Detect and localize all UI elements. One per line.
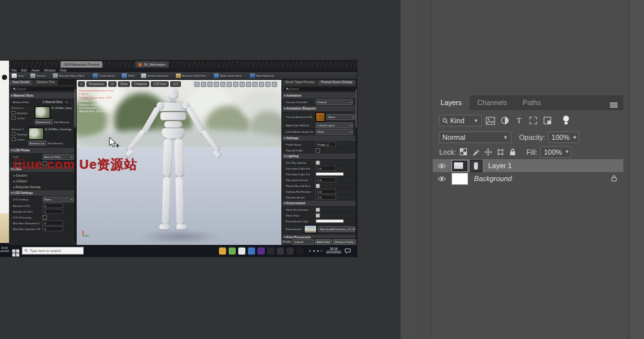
- visibility-eye-icon[interactable]: [437, 160, 446, 171]
- checkbox-show-floor[interactable]: [316, 213, 320, 218]
- transform-tool-5[interactable]: [227, 82, 232, 87]
- layer-row-background[interactable]: Background: [433, 172, 623, 185]
- transform-tool-7[interactable]: [240, 82, 245, 87]
- dropdown-application-method[interactable]: Linked Layers▾: [316, 122, 353, 128]
- smart-object-filter-icon[interactable]: [542, 115, 553, 126]
- filter-toggle-switch[interactable]: [560, 115, 571, 126]
- ue-right-search-input[interactable]: 🔍 Search: [283, 86, 356, 92]
- dropdown-lod-settings[interactable]: None▾: [43, 197, 74, 202]
- viewport-button-x1-0[interactable]: x1.0: [170, 81, 181, 87]
- section-header-lighting[interactable]: ▾ Lighting: [282, 153, 357, 160]
- tab-preview-scene-settings[interactable]: Preview Scene Settings: [318, 80, 356, 85]
- ue-editor-tab-1[interactable]: UE4 Mannequin Preview: [61, 61, 102, 68]
- asset-thumbnail[interactable]: [316, 112, 325, 122]
- remove-profile-button[interactable]: Remove Profile: [333, 239, 355, 245]
- ue-menu-window[interactable]: Window: [44, 68, 55, 72]
- transform-tool-4[interactable]: [220, 82, 225, 87]
- ue-menu-help[interactable]: Help: [60, 68, 66, 72]
- viewport-button-lit[interactable]: Lit: [108, 81, 117, 87]
- ue-toolbar-save-button[interactable]: Save: [12, 73, 24, 78]
- fill-input[interactable]: 100% ▼: [540, 146, 571, 158]
- ue-toolbar-make-static-mesh-button[interactable]: Make Static Mesh: [214, 73, 244, 78]
- layer-name[interactable]: Background: [474, 175, 512, 182]
- checkbox-highlight[interactable]: [12, 132, 15, 136]
- ue-editor-tab-2[interactable]: SK_Mannequin: [135, 61, 169, 68]
- layer-name[interactable]: Layer 1: [488, 162, 512, 170]
- viewport-button-[interactable]: ≡: [78, 81, 85, 87]
- section-header-lod-settings[interactable]: ▾ LOD Settings: [9, 190, 76, 197]
- adjustment-layer-filter-icon[interactable]: [499, 115, 510, 126]
- viewport-button-show[interactable]: Show: [118, 81, 131, 87]
- tab-paths[interactable]: Paths: [515, 95, 549, 110]
- field-rotation-speed[interactable]: 2.0: [316, 195, 336, 200]
- tab-skeleton-tree[interactable]: Skeleton Tree: [33, 80, 58, 85]
- field-lighting-rig-rotation[interactable]: 0.0: [316, 189, 336, 194]
- start-button[interactable]: [12, 247, 19, 255]
- ue-menu-file[interactable]: File: [12, 68, 17, 72]
- collapsed-reduction-settings[interactable]: ▸ Reduction Settings: [9, 184, 76, 190]
- dropdown-cubemap[interactable]: EpicQuadPanorama_CC+EV1: [318, 226, 355, 232]
- edit-material-link[interactable]: Edit Material: [54, 121, 69, 124]
- visibility-eye-icon[interactable]: [437, 173, 446, 184]
- add-icon[interactable]: +: [66, 100, 68, 104]
- lock-all-icon[interactable]: [507, 147, 517, 157]
- ue-right-scrollbar[interactable]: [355, 86, 357, 241]
- ue-menu-asset[interactable]: Asset: [32, 68, 40, 72]
- material-name[interactable]: M_UE4Man_Body: [52, 106, 71, 110]
- kind-filter-dropdown[interactable]: Kind ▼: [439, 115, 482, 126]
- taskbar-icon-visual-studio[interactable]: [258, 247, 265, 255]
- pixel-layer-filter-icon[interactable]: [485, 115, 496, 126]
- ue-left-search-input[interactable]: 🔍 Search: [10, 86, 75, 92]
- tab-channels[interactable]: Channels: [469, 95, 515, 110]
- field-directional-light-inte[interactable]: 1.0: [316, 166, 336, 171]
- type-layer-filter-icon[interactable]: T: [513, 115, 524, 126]
- checkbox-lod-streaming[interactable]: [43, 215, 47, 220]
- transform-tool-12[interactable]: [272, 82, 277, 87]
- transform-tool-9[interactable]: [252, 82, 258, 87]
- dropdown-preview-controller[interactable]: Default▾: [316, 99, 353, 105]
- transform-tool-6[interactable]: [233, 82, 238, 87]
- field-minimum-lod[interactable]: 0: [43, 203, 63, 208]
- ue-toolbar-reimport-base-mesh-button[interactable]: Reimport Base Mesh: [53, 73, 87, 78]
- transform-tool-2[interactable]: [207, 82, 213, 87]
- layer-secondary-thumbnail[interactable]: [470, 160, 482, 172]
- tray-network-icon[interactable]: ♦: [317, 249, 319, 253]
- transform-tool-0[interactable]: [194, 82, 200, 87]
- lock-position-icon[interactable]: [483, 147, 493, 157]
- material-thumbnail[interactable]: [28, 128, 44, 140]
- blend-mode-dropdown[interactable]: Normal ▼: [439, 131, 511, 143]
- taskbar-icon-app-green[interactable]: [229, 247, 236, 255]
- checkbox-isolate[interactable]: [12, 137, 15, 141]
- ue-toolbar-section-selection-button[interactable]: Section Selection: [141, 73, 171, 78]
- ue-toolbar-wind-button[interactable]: Wind: [122, 73, 135, 78]
- add-profile-button[interactable]: Add Profile: [315, 239, 332, 245]
- field-sky-light-intensity[interactable]: 1.0: [316, 177, 336, 182]
- ue-menu-edit[interactable]: Edit: [21, 68, 27, 72]
- tab-asset-details[interactable]: Asset Details: [9, 80, 33, 85]
- edit-material-link[interactable]: Edit Material: [48, 142, 62, 145]
- section-header-lod-picker[interactable]: ▾ LOD Picker: [9, 148, 76, 154]
- lock-image-pixels-icon[interactable]: [471, 147, 480, 157]
- section-header-settings[interactable]: ▾ Settings: [282, 135, 357, 142]
- lock-artboard-icon[interactable]: [495, 147, 505, 157]
- transform-tool-10[interactable]: [259, 82, 264, 87]
- taskbar-icon-app-blue[interactable]: [248, 247, 255, 255]
- lock-transparent-pixels-icon[interactable]: [459, 147, 468, 157]
- checkbox-highlight[interactable]: [12, 111, 15, 115]
- taskbar-icon-unreal-engine[interactable]: [296, 247, 303, 255]
- cubemap-thumbnail[interactable]: [304, 225, 317, 233]
- section-header-animation-blueprint[interactable]: ▾ Animation Blueprint: [282, 106, 357, 112]
- ue-toolbar-activate-cloth-paint-button[interactable]: Activate Cloth Paint: [176, 73, 208, 78]
- transform-tool-8[interactable]: [246, 82, 251, 87]
- collapsed-collision[interactable]: ▸ Collision: [9, 179, 76, 184]
- material-slot-dropdown[interactable]: Element 0 ▾: [35, 119, 53, 124]
- section-header-animation[interactable]: ▾ Animation: [282, 93, 357, 99]
- layer-thumbnail[interactable]: [451, 160, 468, 172]
- color-bar-directional-light-col[interactable]: [316, 172, 344, 176]
- taskbar-icon-app-dark[interactable]: [287, 247, 294, 255]
- taskbar-clock[interactable]: 20:16 10/13/2021: [326, 247, 341, 255]
- field-number-of-lods[interactable]: 1: [43, 209, 63, 214]
- checkbox-isolate[interactable]: [12, 116, 15, 120]
- taskbar-icon-file-explorer[interactable]: [219, 247, 226, 255]
- checkbox-use-sky-lighting[interactable]: [316, 160, 320, 165]
